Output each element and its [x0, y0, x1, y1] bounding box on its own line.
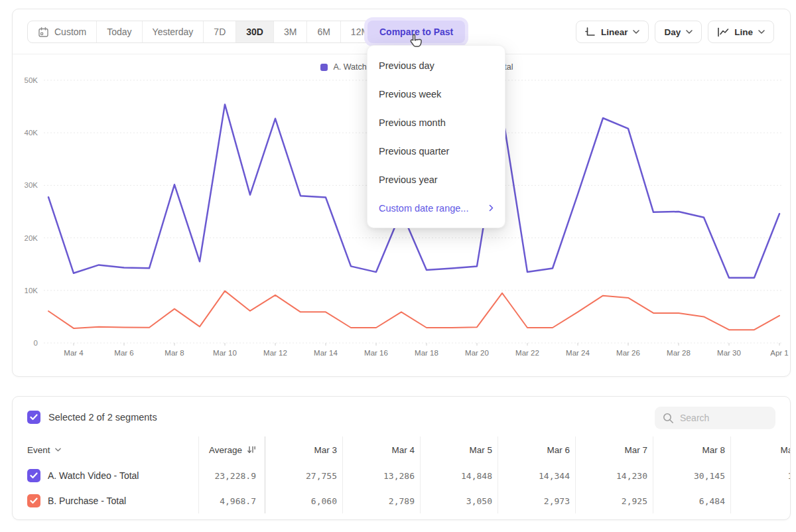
- table-row-purchase: B. Purchase - Total: [13, 488, 199, 513]
- analytics-report-page: { "toolbar": { "date_ranges": ["Custom",…: [0, 0, 796, 532]
- cell-value: 2,925: [576, 488, 653, 513]
- svg-text:40K: 40K: [25, 129, 38, 137]
- check-icon: [30, 472, 38, 479]
- row-label: A. Watch Video - Total: [48, 470, 139, 481]
- svg-text:Mar 14: Mar 14: [314, 349, 338, 357]
- cell-value: 2,789: [343, 488, 421, 513]
- svg-text:Mar 24: Mar 24: [566, 349, 590, 357]
- legend-swatch-purple: [320, 64, 328, 71]
- date-column-header: Mar 6: [498, 436, 576, 463]
- svg-text:50K: 50K: [25, 76, 38, 84]
- svg-text:Mar 18: Mar 18: [415, 349, 438, 357]
- chevron-down-icon: [55, 448, 61, 452]
- event-column-header[interactable]: Event: [13, 436, 199, 463]
- compare-to-past-button[interactable]: Compare to Past: [367, 21, 465, 43]
- svg-text:Mar 8: Mar 8: [165, 349, 184, 357]
- date-column-header: Mar 3: [265, 436, 343, 463]
- svg-text:Mar 28: Mar 28: [667, 349, 691, 357]
- search-box[interactable]: [655, 407, 775, 429]
- segments-header-row: Selected 2 of 2 segments: [27, 411, 157, 424]
- cell-value: 13,286: [343, 463, 421, 488]
- segments-table: Event Average Mar 3 Mar 4 Mar 5 Mar 6 Ma…: [13, 436, 791, 513]
- svg-text:Mar 16: Mar 16: [364, 349, 388, 357]
- svg-text:Mar 4: Mar 4: [64, 349, 84, 357]
- search-input[interactable]: [680, 413, 766, 423]
- row-label: B. Purchase - Total: [48, 496, 126, 506]
- svg-text:Mar 10: Mar 10: [213, 349, 237, 357]
- cell-value: 2,973: [498, 488, 576, 513]
- svg-text:Mar 12: Mar 12: [263, 349, 287, 357]
- svg-text:Mar 6: Mar 6: [114, 349, 133, 357]
- svg-text:Mar 26: Mar 26: [616, 349, 640, 357]
- date-column-header: Mar 5: [421, 436, 498, 463]
- date-column-header: Mar 7: [576, 436, 653, 463]
- check-icon: [30, 414, 38, 421]
- svg-text:Mar 30: Mar 30: [717, 349, 741, 357]
- svg-text:10K: 10K: [25, 287, 38, 295]
- segments-selected-label: Selected 2 of 2 segments: [48, 412, 157, 423]
- compare-to-past-menu: Previous day Previous week Previous mont…: [367, 45, 505, 228]
- segments-table-card: Selected 2 of 2 segments Event Average: [12, 396, 791, 520]
- svg-text:Mar 22: Mar 22: [515, 349, 539, 357]
- average-value: 23,228.9: [199, 463, 265, 488]
- cell-value: 14,848: [421, 463, 498, 488]
- svg-text:20K: 20K: [25, 234, 38, 242]
- svg-text:30K: 30K: [25, 181, 38, 189]
- row-checkbox[interactable]: [27, 469, 40, 482]
- cell-value: 15,: [731, 463, 791, 488]
- date-column-header: Mar 8: [653, 436, 731, 463]
- date-column-header: Mar 4: [343, 436, 421, 463]
- menu-item-previous-month[interactable]: Previous month: [367, 108, 505, 137]
- date-column-header: Mar 9: [731, 436, 791, 463]
- average-value: 4,968.7: [199, 488, 265, 513]
- menu-item-previous-day[interactable]: Previous day: [367, 51, 505, 80]
- svg-text:Apr 1: Apr 1: [770, 349, 789, 357]
- svg-text:0: 0: [34, 339, 38, 347]
- cell-value: 6,484: [653, 488, 731, 513]
- cell-value: 3,: [731, 488, 791, 513]
- sort-descending-icon: [247, 445, 256, 454]
- cell-value: 27,755: [265, 463, 343, 488]
- svg-text:Mar 20: Mar 20: [465, 349, 489, 357]
- menu-item-previous-week[interactable]: Previous week: [367, 80, 505, 108]
- check-icon: [30, 498, 38, 504]
- row-checkbox[interactable]: [27, 494, 40, 507]
- menu-item-previous-quarter[interactable]: Previous quarter: [367, 137, 505, 165]
- cell-value: 14,230: [576, 463, 653, 488]
- select-all-checkbox[interactable]: [27, 411, 40, 424]
- cell-value: 3,050: [421, 488, 498, 513]
- chevron-right-icon: [489, 204, 494, 212]
- search-icon: [663, 413, 674, 424]
- cell-value: 30,145: [653, 463, 731, 488]
- cell-value: 14,344: [498, 463, 576, 488]
- table-row-watch-video: A. Watch Video - Total: [13, 463, 199, 488]
- cell-value: 6,060: [265, 488, 343, 513]
- average-column-header[interactable]: Average: [199, 436, 265, 463]
- menu-item-previous-year[interactable]: Previous year: [367, 165, 505, 194]
- menu-item-custom-date-range[interactable]: Custom date range...: [367, 194, 505, 222]
